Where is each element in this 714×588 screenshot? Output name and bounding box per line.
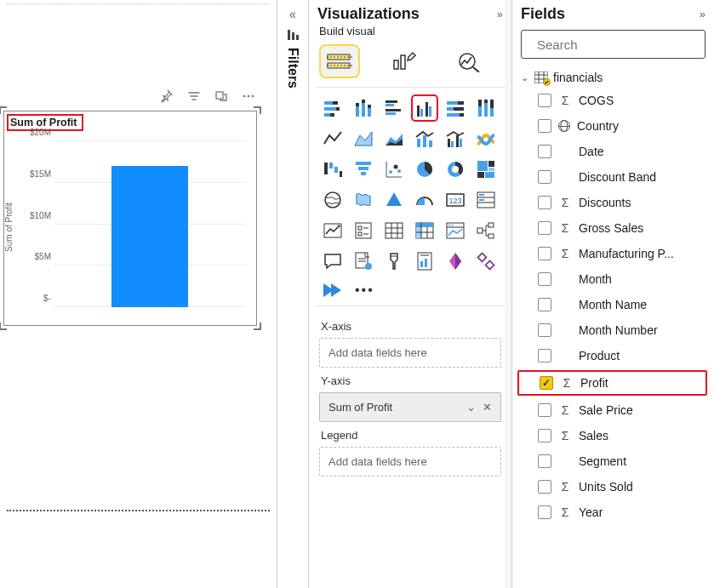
ribbon-chart-icon[interactable] [474, 127, 498, 151]
line-chart-icon[interactable] [321, 127, 345, 151]
filters-pane-collapsed[interactable]: « Filters [277, 0, 308, 588]
field-row[interactable]: ΣManufacturing P... [517, 241, 707, 266]
analytics-mode-button[interactable] [450, 46, 488, 77]
hundred-stacked-bar-icon[interactable] [443, 96, 467, 120]
x-axis-well[interactable]: Add data fields here [319, 338, 501, 368]
decomposition-tree-icon[interactable] [474, 219, 498, 243]
field-row[interactable]: Segment [517, 448, 707, 474]
kpi-icon[interactable] [321, 219, 345, 243]
stacked-bar-chart-icon[interactable] [321, 96, 345, 120]
svg-rect-116 [486, 261, 494, 270]
field-checkbox[interactable] [538, 145, 551, 158]
key-influencers-icon[interactable] [382, 249, 406, 273]
field-row[interactable]: Month Number [517, 317, 707, 343]
field-row[interactable]: Date [517, 139, 707, 164]
sigma-icon: Σ [558, 94, 572, 107]
field-row[interactable]: ΣSale Price [517, 397, 707, 423]
build-visual-mode-button[interactable] [321, 46, 358, 77]
r-visual-icon[interactable] [443, 219, 467, 243]
area-chart-icon[interactable] [351, 127, 375, 151]
field-row[interactable]: ✓ΣProfit [517, 370, 707, 396]
field-row[interactable]: Month Name [517, 292, 707, 317]
clustered-bar-chart-icon[interactable] [382, 96, 406, 120]
field-checkbox[interactable] [538, 403, 551, 417]
visual-container[interactable]: Sum of Profit Sum of Profit $- $5M $10M … [3, 111, 257, 326]
field-row[interactable]: ΣSales [517, 423, 707, 448]
multi-row-card-icon[interactable] [474, 188, 498, 212]
field-row[interactable]: Product [517, 343, 707, 368]
line-clustered-column-icon[interactable] [443, 127, 467, 151]
field-checkbox[interactable] [538, 119, 551, 133]
power-automate-icon[interactable] [323, 282, 343, 299]
format-visual-mode-button[interactable] [386, 46, 423, 77]
table-icon[interactable] [382, 219, 406, 243]
field-row[interactable]: ΣUnits Sold [517, 474, 707, 500]
field-checkbox[interactable] [538, 454, 551, 468]
azure-map-icon[interactable] [382, 188, 406, 212]
pie-chart-icon[interactable] [413, 157, 437, 181]
python-visual-icon[interactable] [474, 249, 498, 273]
field-row[interactable]: Country [517, 113, 707, 139]
power-apps-icon[interactable] [443, 249, 467, 273]
expand-chevron-icon[interactable]: » [700, 8, 705, 20]
card-icon[interactable]: 123 [443, 188, 467, 212]
field-checkbox[interactable] [538, 480, 551, 494]
stacked-area-chart-icon[interactable] [382, 127, 406, 151]
scatter-chart-icon[interactable] [382, 157, 406, 181]
filled-map-icon[interactable] [351, 188, 375, 212]
field-row[interactable]: ΣCOGS [517, 88, 707, 113]
field-checkbox[interactable] [538, 505, 551, 519]
field-row[interactable]: ΣDiscounts [517, 190, 707, 215]
field-row[interactable]: ΣYear [517, 500, 707, 525]
get-more-visuals-icon[interactable]: ••• [355, 283, 374, 297]
field-row[interactable]: Discount Band [517, 164, 707, 190]
fields-search[interactable] [521, 30, 705, 59]
slicer-icon[interactable] [351, 219, 375, 243]
field-row[interactable]: ΣGross Sales [517, 215, 707, 241]
funnel-chart-icon[interactable] [351, 157, 375, 181]
field-checkbox[interactable] [538, 272, 551, 286]
legend-well[interactable]: Add data fields here [319, 447, 501, 477]
y-axis-well[interactable]: Sum of Profit ⌄ ✕ [319, 392, 501, 422]
pin-icon[interactable] [160, 89, 174, 103]
pane-scrollbar[interactable] [505, 0, 511, 588]
more-options-icon[interactable] [242, 89, 255, 103]
field-checkbox[interactable] [538, 323, 551, 337]
legend-label: Legend [321, 429, 500, 442]
treemap-icon[interactable] [474, 157, 498, 181]
donut-chart-icon[interactable] [443, 157, 467, 181]
chart-bar[interactable] [111, 166, 188, 307]
field-checkbox[interactable] [538, 221, 551, 235]
remove-field-icon[interactable]: ✕ [483, 401, 492, 414]
gauge-icon[interactable] [413, 188, 437, 212]
field-checkbox[interactable] [538, 298, 551, 311]
paginated-report-icon[interactable] [413, 249, 437, 273]
stacked-column-chart-icon[interactable] [351, 96, 375, 120]
waterfall-chart-icon[interactable] [321, 157, 345, 181]
field-checkbox[interactable] [538, 94, 551, 107]
field-row[interactable]: Month [517, 266, 707, 292]
field-checkbox[interactable]: ✓ [540, 376, 553, 390]
collapse-chevron-icon[interactable]: « [289, 5, 296, 21]
matrix-icon[interactable] [413, 219, 437, 243]
table-node[interactable]: ⌄ financials [517, 67, 707, 88]
report-canvas[interactable]: Sum of Profit Sum of Profit $- $5M $10M … [0, 0, 277, 588]
focus-mode-icon[interactable] [214, 89, 228, 103]
field-checkbox[interactable] [538, 349, 551, 363]
expand-chevron-icon[interactable]: » [497, 8, 503, 20]
svg-rect-59 [358, 167, 368, 170]
clustered-column-chart-icon[interactable] [413, 96, 437, 120]
search-input[interactable] [535, 37, 700, 53]
hundred-stacked-column-icon[interactable] [474, 96, 498, 120]
line-stacked-column-icon[interactable] [413, 127, 437, 151]
smart-narrative-icon[interactable] [351, 249, 375, 273]
field-checkbox[interactable] [538, 196, 551, 209]
field-checkbox[interactable] [538, 429, 551, 442]
field-checkbox[interactable] [538, 247, 551, 260]
svg-rect-46 [490, 108, 494, 117]
map-icon[interactable] [321, 188, 345, 212]
qna-icon[interactable] [321, 249, 345, 273]
field-checkbox[interactable] [538, 170, 551, 184]
chevron-down-icon[interactable]: ⌄ [466, 401, 476, 414]
filter-icon[interactable] [187, 89, 201, 103]
